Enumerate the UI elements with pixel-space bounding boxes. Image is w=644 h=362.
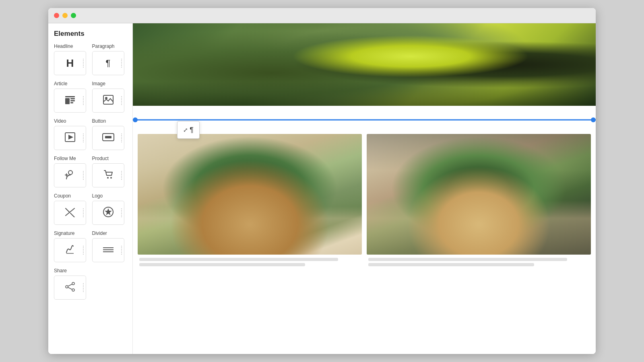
element-item-follow-me: Follow Me [54, 156, 89, 187]
share-handle [83, 276, 84, 299]
signature-icon [64, 244, 76, 257]
follow-me-icon [64, 169, 76, 181]
product-label: Product [92, 156, 109, 161]
element-item-coupon: Coupon [54, 193, 89, 225]
article-card[interactable] [54, 88, 86, 113]
logo-label: Logo [92, 193, 103, 199]
button-card[interactable] [92, 126, 124, 150]
product-handle [121, 164, 122, 187]
maximize-button[interactable] [71, 13, 76, 18]
signature-handle [83, 239, 84, 262]
svg-rect-1 [65, 98, 70, 104]
follow-me-label: Follow Me [54, 156, 76, 161]
svg-marker-8 [68, 135, 73, 140]
element-row-3: Video [54, 118, 127, 150]
main-content: ⤢ ¶ [133, 23, 596, 354]
element-row-6: Signature [54, 230, 127, 262]
share-card[interactable] [54, 276, 86, 300]
browser-content: Elements Headline H Paragraph [48, 23, 596, 354]
elements-grid: Headline H Paragraph ¶ [54, 43, 127, 300]
svg-rect-3 [70, 100, 75, 101]
photo-caption-2 [367, 258, 591, 266]
element-item-share: Share [54, 268, 127, 300]
canvas-area: ⤢ ¶ [133, 23, 596, 274]
video-label: Video [54, 118, 66, 124]
article-label: Article [54, 81, 67, 86]
svg-line-17 [66, 208, 70, 212]
hero-image [133, 23, 596, 106]
sidebar-title: Elements [54, 30, 127, 38]
article-handle [83, 89, 84, 112]
element-row-5: Coupon [54, 193, 127, 225]
headline-handle [83, 51, 84, 75]
headline-icon: H [66, 58, 74, 68]
drag-element[interactable]: ⤢ ¶ [177, 121, 200, 139]
button-icon [102, 133, 114, 143]
svg-marker-20 [105, 208, 112, 215]
logo-icon [103, 206, 114, 219]
element-row-7: Share [54, 268, 127, 300]
product-icon [103, 169, 114, 182]
minimize-button[interactable] [62, 13, 68, 18]
svg-point-15 [110, 177, 112, 179]
caption-line-1a [139, 258, 338, 261]
photo-image-2 [367, 134, 591, 255]
signature-card[interactable] [54, 238, 86, 262]
coupon-label: Coupon [54, 193, 71, 199]
image-icon [103, 95, 114, 107]
move-icon: ⤢ [183, 127, 188, 133]
product-card[interactable] [92, 163, 124, 187]
sidebar: Elements Headline H Paragraph [48, 23, 133, 354]
headline-label: Headline [54, 43, 73, 49]
paragraph-card[interactable]: ¶ [92, 51, 124, 75]
divider-label: Divider [92, 230, 107, 236]
divider-icon [102, 244, 114, 256]
caption-line-1b [139, 263, 305, 266]
share-label: Share [54, 268, 67, 274]
drag-para-icon: ¶ [190, 126, 194, 134]
element-item-image: Image [92, 81, 127, 113]
element-item-video: Video [54, 118, 89, 150]
browser-window: Elements Headline H Paragraph [48, 8, 596, 354]
divider-handle [121, 239, 122, 262]
caption-line-2a [368, 258, 567, 261]
photo-item-1 [138, 134, 362, 266]
image-label: Image [92, 81, 105, 86]
element-item-divider: Divider [92, 230, 127, 262]
svg-line-29 [68, 288, 72, 290]
photos-grid [133, 134, 596, 266]
image-handle [121, 89, 122, 112]
logo-card[interactable] [92, 201, 124, 225]
divider-section: ⤢ ¶ [133, 106, 596, 134]
browser-titlebar [48, 8, 596, 23]
svg-point-27 [66, 286, 68, 288]
photo-item-2 [367, 134, 591, 266]
image-card[interactable] [92, 88, 124, 113]
svg-point-26 [72, 289, 74, 291]
close-button[interactable] [54, 13, 59, 18]
video-card[interactable] [54, 126, 86, 150]
headline-card[interactable]: H [54, 51, 86, 75]
photos-section [133, 134, 596, 274]
svg-rect-2 [70, 98, 75, 99]
element-item-article: Article [54, 81, 89, 113]
element-item-signature: Signature [54, 230, 89, 262]
element-item-headline: Headline H [54, 43, 89, 75]
divider-card[interactable] [92, 238, 124, 262]
button-label: Button [92, 118, 106, 124]
element-row-1: Headline H Paragraph ¶ [54, 43, 127, 75]
follow-me-card[interactable] [54, 163, 86, 187]
svg-point-25 [72, 282, 74, 285]
element-row-4: Follow Me [54, 156, 127, 187]
svg-rect-0 [65, 96, 75, 97]
svg-point-11 [68, 171, 72, 175]
element-item-product: Product [92, 156, 127, 187]
paragraph-icon: ¶ [106, 59, 111, 68]
divider-handle-right[interactable] [591, 117, 596, 122]
coupon-card[interactable] [54, 201, 86, 225]
share-icon [64, 282, 76, 294]
paragraph-handle [121, 51, 122, 75]
button-handle [121, 126, 122, 150]
article-icon [64, 95, 76, 107]
photo-caption-1 [138, 258, 362, 266]
